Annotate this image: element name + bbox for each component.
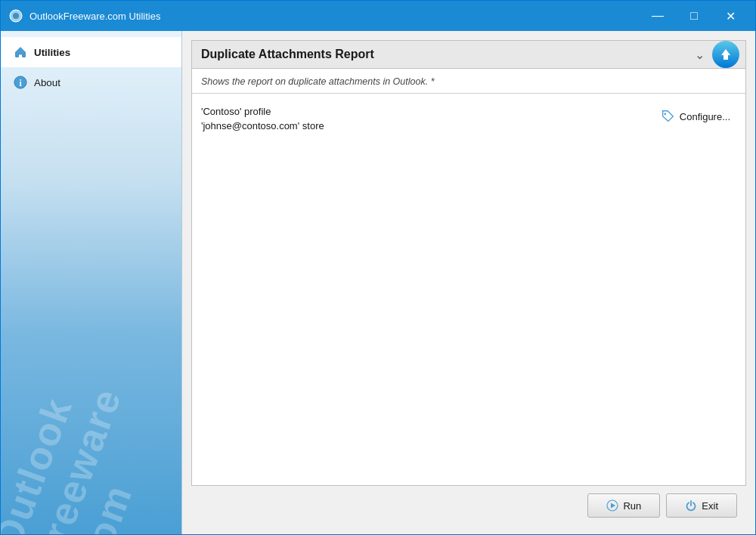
chevron-down-icon: ⌄ bbox=[695, 48, 705, 62]
maximize-button[interactable]: □ bbox=[677, 4, 711, 28]
profile-info: 'Contoso' profile 'johnse@contoso.com' s… bbox=[201, 106, 654, 135]
svg-point-1 bbox=[13, 13, 19, 19]
minimize-button[interactable]: — bbox=[640, 4, 675, 28]
sidebar-watermark: OutlookFreeware.com bbox=[1, 368, 171, 534]
upload-icon bbox=[719, 48, 733, 61]
title-bar: OutlookFreeware.com Utilities — □ ✕ bbox=[1, 1, 755, 31]
content-box: Duplicate Attachments Report ⌄ Shows the… bbox=[191, 40, 746, 486]
close-button[interactable]: ✕ bbox=[713, 4, 748, 28]
content-header: Duplicate Attachments Report ⌄ bbox=[192, 41, 745, 69]
svg-marker-4 bbox=[721, 49, 730, 60]
content-body: 'Contoso' profile 'johnse@contoso.com' s… bbox=[192, 94, 745, 485]
sidebar: OutlookFreeware.com Utilities i bbox=[1, 31, 182, 534]
profile-line-2: 'johnse@contoso.com' store bbox=[201, 120, 654, 131]
app-icon bbox=[8, 8, 23, 23]
bottom-bar: Run Exit bbox=[191, 486, 746, 525]
window-controls: — □ ✕ bbox=[640, 4, 748, 28]
sidebar-item-utilities-label: Utilities bbox=[34, 47, 70, 58]
main-content: OutlookFreeware.com Utilities i bbox=[1, 31, 755, 534]
house-icon bbox=[13, 45, 28, 60]
svg-point-5 bbox=[664, 113, 666, 115]
content-description: Shows the report on duplicate attachment… bbox=[192, 69, 745, 94]
power-icon bbox=[685, 499, 697, 512]
tag-icon bbox=[660, 109, 675, 124]
window-title: OutlookFreeware.com Utilities bbox=[29, 11, 640, 22]
upload-button[interactable] bbox=[712, 41, 739, 68]
svg-marker-7 bbox=[611, 503, 615, 509]
dropdown-title: Duplicate Attachments Report bbox=[201, 48, 689, 61]
sidebar-nav: Utilities i About bbox=[1, 31, 181, 104]
profile-line-1: 'Contoso' profile bbox=[201, 106, 654, 117]
info-icon: i bbox=[13, 75, 28, 90]
exit-button[interactable]: Exit bbox=[666, 493, 737, 518]
right-panel: Duplicate Attachments Report ⌄ Shows the… bbox=[182, 31, 755, 534]
configure-button[interactable]: Configure... bbox=[654, 106, 736, 127]
sidebar-item-utilities[interactable]: Utilities bbox=[1, 37, 181, 67]
sidebar-item-about-label: About bbox=[34, 77, 60, 88]
run-button[interactable]: Run bbox=[587, 493, 660, 518]
dropdown-area[interactable]: Duplicate Attachments Report ⌄ bbox=[198, 43, 708, 66]
sidebar-item-about[interactable]: i About bbox=[1, 67, 181, 97]
main-window: OutlookFreeware.com Utilities — □ ✕ Outl… bbox=[0, 0, 756, 535]
run-icon bbox=[606, 499, 618, 512]
